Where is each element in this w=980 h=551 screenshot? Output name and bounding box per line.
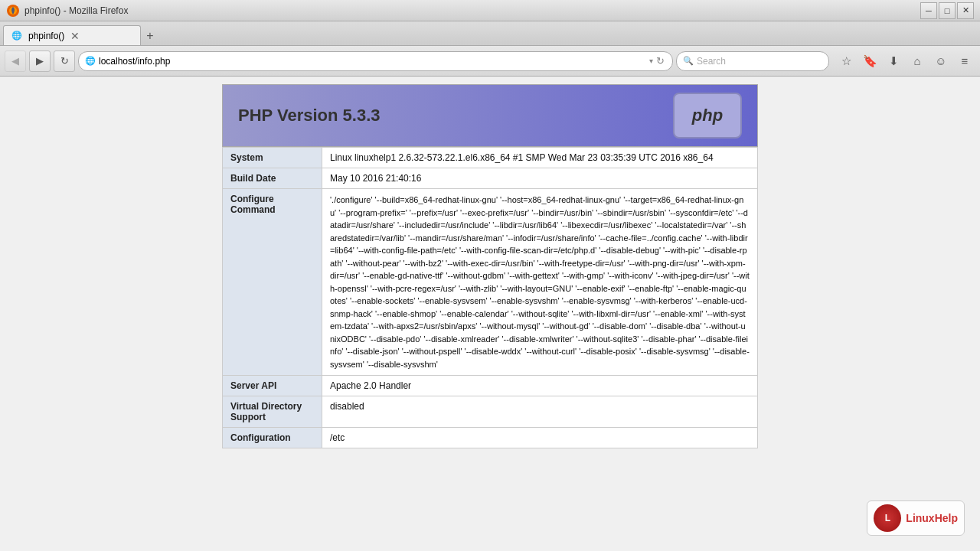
server-api-label: Server API [223, 376, 322, 396]
close-button[interactable]: ✕ [957, 2, 974, 19]
url-dropdown-icon[interactable]: ▾ [649, 57, 653, 65]
download-icon: ⬇ [889, 54, 899, 68]
configure-command-value: './configure' '--build=x86_64-redhat-lin… [322, 189, 758, 376]
bookmark-star-button[interactable]: ☆ [835, 51, 857, 72]
php-logo: php [673, 93, 742, 139]
php-header-banner: PHP Version 5.3.3 php [222, 84, 758, 147]
home-button[interactable]: ⌂ [906, 51, 928, 72]
active-tab[interactable]: 🌐 phpinfo() ✕ [3, 25, 141, 45]
url-bar[interactable]: 🌐 localhost/info.php ▾ ↻ [78, 51, 673, 71]
avatar-button[interactable]: ☺ [930, 51, 952, 72]
back-button[interactable]: ◀ [5, 51, 26, 72]
table-row: Server API Apache 2.0 Handler [223, 376, 758, 396]
server-api-value: Apache 2.0 Handler [322, 376, 758, 396]
titlebar-left: phpinfo() - Mozilla Firefox [6, 4, 128, 18]
phpinfo-table: System Linux linuxhelp1 2.6.32-573.22.1.… [222, 147, 758, 448]
linuxhelp-icon-text: L [885, 513, 890, 523]
url-lock-icon: 🌐 [85, 56, 96, 66]
firefox-icon [6, 4, 20, 18]
avatar-icon: ☺ [935, 54, 946, 67]
phpinfo-container: PHP Version 5.3.3 php System Linux linux… [222, 84, 758, 448]
virtual-directory-value: disabled [322, 396, 758, 428]
window-title: phpinfo() - Mozilla Firefox [24, 5, 128, 16]
tab-close-button[interactable]: ✕ [70, 30, 80, 42]
nav-bar: ◀ ▶ ↻ 🌐 localhost/info.php ▾ ↻ 🔍 Search … [0, 46, 980, 77]
search-placeholder: Search [697, 56, 726, 67]
back-icon: ◀ [11, 55, 19, 67]
menu-icon: ≡ [962, 54, 969, 67]
page-content: PHP Version 5.3.3 php System Linux linux… [0, 77, 980, 551]
tab-bar: 🌐 phpinfo() ✕ + [0, 21, 980, 46]
forward-icon: ▶ [36, 55, 44, 67]
build-date-value: May 10 2016 21:40:16 [322, 168, 758, 189]
php-version-heading: PHP Version 5.3.3 [238, 106, 380, 126]
tab-title: phpinfo() [28, 31, 64, 41]
tab-favicon: 🌐 [11, 31, 22, 41]
table-row: Virtual Directory Support disabled [223, 396, 758, 428]
reload-icon: ↻ [60, 55, 69, 67]
virtual-directory-label: Virtual Directory Support [223, 396, 322, 428]
php-logo-text: php [692, 106, 723, 126]
table-row: Configure Command './configure' '--build… [223, 189, 758, 376]
linuxhelp-text: LinuxHelp [906, 512, 958, 524]
window-titlebar: phpinfo() - Mozilla Firefox ─ □ ✕ [0, 0, 980, 21]
system-value: Linux linuxhelp1 2.6.32-573.22.1.el6.x86… [322, 148, 758, 168]
bookmark-star-icon: ☆ [841, 54, 851, 68]
window-controls: ─ □ ✕ [920, 2, 974, 19]
bookmark-list-button[interactable]: 🔖 [859, 51, 880, 72]
table-row: Configuration /etc [223, 428, 758, 448]
linuxhelp-logo: L LinuxHelp [867, 500, 965, 536]
system-label: System [223, 148, 322, 168]
build-date-label: Build Date [223, 168, 322, 189]
configure-command-label: Configure Command [223, 189, 322, 376]
url-reload-icon[interactable]: ↻ [656, 55, 665, 67]
maximize-button[interactable]: □ [939, 2, 956, 19]
home-icon: ⌂ [913, 54, 920, 67]
url-text: localhost/info.php [99, 56, 649, 67]
linuxhelp-icon: L [874, 504, 901, 532]
bookmark-list-icon: 🔖 [863, 54, 877, 68]
forward-button[interactable]: ▶ [29, 51, 51, 72]
reload-button[interactable]: ↻ [54, 51, 75, 72]
search-icon: 🔍 [683, 56, 694, 66]
configuration-value: /etc [322, 428, 758, 448]
nav-icons: ☆ 🔖 ⬇ ⌂ ☺ ≡ [835, 51, 975, 72]
configuration-label: Configuration [223, 428, 322, 448]
table-row: Build Date May 10 2016 21:40:16 [223, 168, 758, 189]
new-tab-button[interactable]: + [141, 27, 159, 45]
table-row: System Linux linuxhelp1 2.6.32-573.22.1.… [223, 148, 758, 168]
search-bar[interactable]: 🔍 Search [676, 51, 829, 71]
download-button[interactable]: ⬇ [883, 51, 904, 72]
menu-button[interactable]: ≡ [954, 51, 975, 72]
minimize-button[interactable]: ─ [920, 2, 937, 19]
